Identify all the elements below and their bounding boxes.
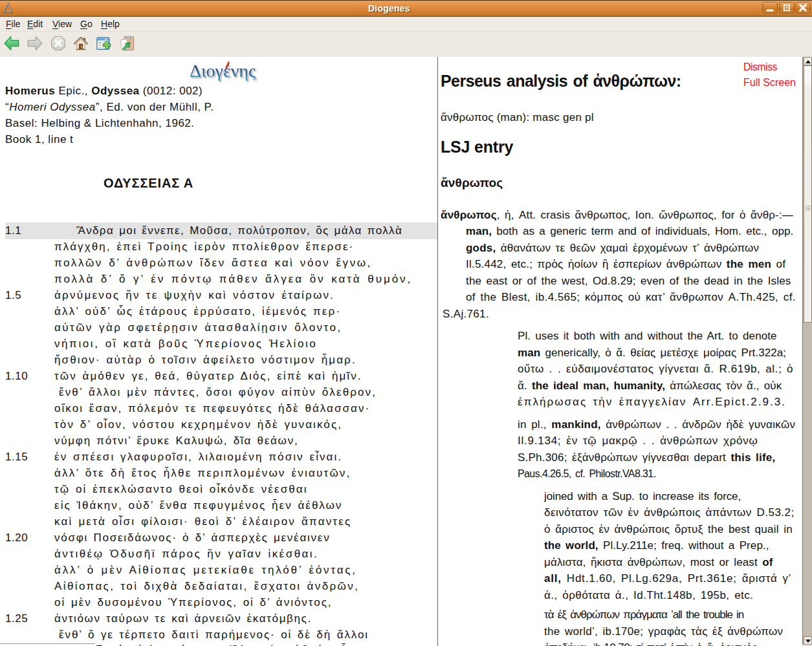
svg-text:Διογένης: Διογένης [190,61,256,81]
